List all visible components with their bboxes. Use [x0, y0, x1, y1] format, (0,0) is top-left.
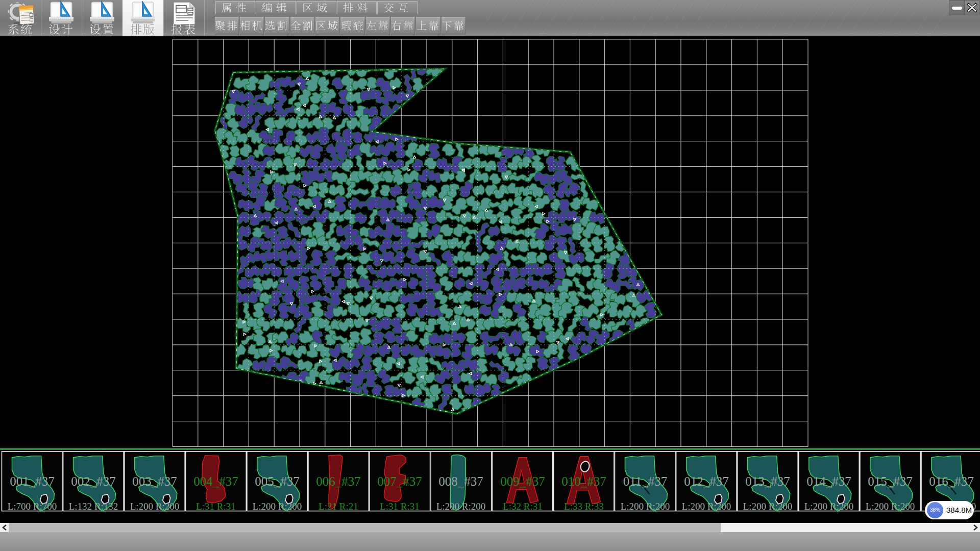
svg-text:L:700 R:700: L:700 R:700 [8, 501, 57, 512]
svg-text:L:31 R:31: L:31 R:31 [196, 501, 236, 512]
svg-text:003_#37: 003_#37 [132, 474, 177, 488]
svg-text:L:200 R:200: L:200 R:200 [621, 501, 670, 512]
svg-text:014_#37: 014_#37 [806, 474, 851, 488]
svg-text:005_#37: 005_#37 [255, 474, 300, 488]
svg-text:009_#37: 009_#37 [500, 474, 545, 488]
svg-text:L:200 R:200: L:200 R:200 [866, 501, 915, 512]
svg-text:L:200 R:200: L:200 R:200 [743, 501, 793, 512]
svg-text:008_#37: 008_#37 [438, 474, 483, 488]
svg-text:015_#37: 015_#37 [868, 474, 913, 488]
svg-text:L:31 R:31: L:31 R:31 [380, 501, 420, 512]
svg-text:L:200 R:200: L:200 R:200 [804, 501, 854, 512]
svg-text:001_#37: 001_#37 [10, 474, 55, 488]
svg-text:010_#37: 010_#37 [561, 474, 606, 488]
svg-text:002_#37: 002_#37 [71, 474, 116, 488]
svg-text:016_#37: 016_#37 [929, 474, 974, 488]
svg-text:007_#37: 007_#37 [377, 474, 422, 488]
svg-text:L:132 R:132: L:132 R:132 [69, 501, 118, 512]
svg-text:L:200 R:200: L:200 R:200 [130, 501, 180, 512]
svg-text:004_#37: 004_#37 [193, 474, 238, 488]
svg-text:012_#37: 012_#37 [684, 474, 729, 488]
svg-text:006_#37: 006_#37 [316, 474, 361, 488]
svg-text:L:32 R:31: L:32 R:31 [503, 501, 543, 512]
svg-text:L:200 R:200: L:200 R:200 [436, 501, 486, 512]
svg-text:011_#37: 011_#37 [623, 474, 668, 488]
svg-text:013_#37: 013_#37 [745, 474, 790, 488]
svg-text:L:33 R:33: L:33 R:33 [564, 501, 604, 512]
svg-text:L:200 R:200: L:200 R:200 [682, 501, 731, 512]
svg-text:L:21 R:21: L:21 R:21 [318, 501, 358, 512]
svg-text:L:200 R:200: L:200 R:200 [253, 501, 302, 512]
